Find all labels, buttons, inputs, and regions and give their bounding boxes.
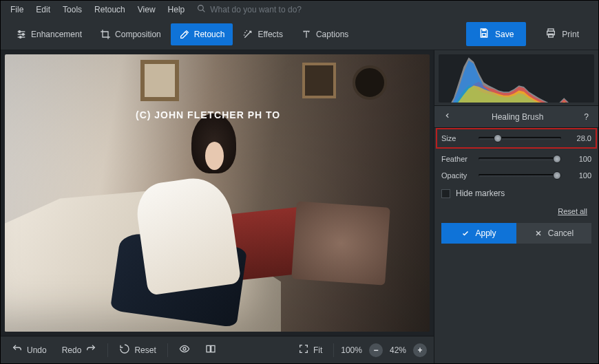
panel-header: Healing Brush ? (434, 105, 598, 128)
help-button[interactable]: ? (581, 111, 591, 123)
reset-all-link[interactable]: Reset all (558, 207, 587, 215)
fit-icon (298, 343, 309, 356)
save-button[interactable]: Save (466, 22, 526, 46)
undo-button[interactable]: Undo (8, 341, 51, 359)
compare-toggle[interactable] (201, 341, 220, 359)
command-search-input[interactable] (210, 5, 334, 14)
menu-tools[interactable]: Tools (57, 2, 87, 17)
tab-retouch[interactable]: Retouch (171, 23, 233, 45)
apply-button[interactable]: Apply (441, 223, 516, 244)
controls: Size 28.0 Feather 100 Opacity (434, 128, 598, 249)
slider-thumb[interactable] (553, 171, 561, 180)
menu-retouch[interactable]: Retouch (89, 2, 131, 17)
main-area: (C) JOHN FLETCHER PH TO Undo Redo (1, 50, 598, 363)
crop-icon (100, 29, 111, 40)
cancel-button[interactable]: Cancel (516, 223, 591, 244)
action-row: Apply Cancel (441, 223, 591, 244)
watermark: (C) JOHN FLETCHER PH TO (136, 109, 280, 120)
slider-size: Size 28.0 (437, 129, 596, 147)
print-button[interactable]: Print (533, 22, 591, 46)
tab-composition[interactable]: Composition (92, 23, 169, 45)
slider-label: Size (441, 134, 473, 142)
back-button[interactable] (441, 110, 454, 123)
plus-icon: + (417, 345, 422, 355)
tab-effects[interactable]: Effects (234, 23, 291, 45)
tool-tabs: Enhancement Composition Retouch Effects … (8, 23, 357, 45)
print-label: Print (562, 30, 579, 39)
hide-markers-checkbox[interactable]: Hide markers (441, 187, 591, 200)
checkbox-label: Hide markers (456, 189, 505, 198)
zoom-in-button[interactable]: + (413, 343, 427, 357)
redo-label: Redo (62, 345, 82, 355)
svg-point-5 (19, 30, 21, 32)
svg-point-0 (198, 6, 204, 11)
svg-rect-15 (211, 345, 214, 352)
eye-icon (179, 343, 190, 356)
pillow (291, 201, 390, 285)
undo-icon (12, 343, 23, 356)
wall-frame (302, 63, 336, 98)
menu-view[interactable]: View (132, 2, 161, 17)
tab-label: Composition (115, 30, 161, 39)
fit-button[interactable]: Fit (294, 341, 326, 359)
zoom-value: 42% (390, 345, 406, 355)
svg-rect-14 (207, 345, 210, 352)
checkbox-icon (441, 189, 450, 198)
tab-label: Enhancement (31, 30, 82, 39)
slider-track[interactable] (479, 133, 561, 143)
status-bar: Undo Redo Reset (1, 336, 434, 363)
svg-line-1 (202, 10, 204, 12)
menu-file[interactable]: File (5, 2, 29, 17)
preview-toggle[interactable] (175, 341, 194, 359)
divider (167, 343, 168, 357)
save-icon (479, 28, 490, 41)
save-label: Save (495, 30, 514, 39)
slider-track[interactable] (479, 154, 561, 164)
menu-help[interactable]: Help (162, 2, 191, 17)
subject-figure (124, 110, 294, 310)
canvas-column: (C) JOHN FLETCHER PH TO Undo Redo (1, 50, 434, 363)
compare-icon (205, 343, 216, 356)
image-canvas[interactable]: (C) JOHN FLETCHER PH TO (5, 54, 430, 332)
fit-label: Fit (313, 345, 322, 355)
search-icon (197, 4, 206, 15)
divider (333, 343, 334, 357)
slider-thumb[interactable] (494, 134, 502, 142)
brush-icon (179, 29, 190, 40)
reset-button[interactable]: Reset (115, 341, 160, 359)
wall-frame (140, 60, 179, 101)
slider-label: Feather (441, 155, 473, 163)
slider-label: Opacity (441, 171, 473, 180)
print-icon (545, 28, 556, 41)
slider-value[interactable]: 28.0 (567, 134, 591, 142)
wand-icon (242, 29, 253, 40)
svg-point-7 (19, 36, 21, 38)
sliders-icon (16, 29, 27, 40)
slider-track[interactable] (479, 171, 561, 180)
menubar: File Edit Tools Retouch View Help (1, 1, 598, 19)
tab-enhancement[interactable]: Enhancement (8, 23, 90, 45)
slider-thumb[interactable] (553, 155, 561, 163)
chevron-left-icon (444, 111, 451, 120)
minus-icon: − (373, 345, 378, 355)
svg-rect-9 (482, 34, 485, 36)
slider-value[interactable]: 100 (567, 171, 591, 180)
reset-icon (119, 343, 130, 356)
zoom-out-button[interactable]: − (369, 343, 383, 357)
zoom-100-label[interactable]: 100% (341, 345, 362, 355)
redo-button[interactable]: Redo (58, 341, 101, 359)
side-panel: Healing Brush ? Size 28.0 Feather 100 (434, 50, 598, 363)
command-search[interactable] (197, 4, 334, 15)
svg-rect-8 (482, 29, 485, 31)
cancel-label: Cancel (548, 228, 574, 238)
tab-captions[interactable]: Captions (293, 23, 357, 45)
histogram[interactable] (439, 54, 594, 103)
divider (107, 343, 108, 357)
check-icon (461, 229, 470, 237)
menu-edit[interactable]: Edit (30, 2, 56, 17)
svg-point-13 (183, 347, 186, 350)
main-toolbar: Enhancement Composition Retouch Effects … (1, 19, 598, 50)
tab-label: Effects (258, 30, 282, 39)
toolbar-right: Save Print (466, 22, 591, 46)
slider-value[interactable]: 100 (567, 155, 591, 163)
